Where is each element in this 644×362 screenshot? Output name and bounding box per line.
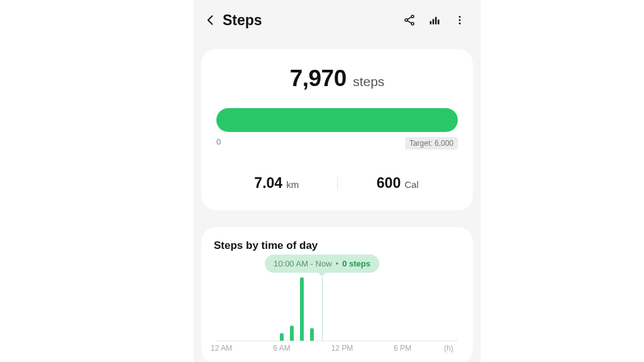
time-of-day-card: Steps by time of day 10:00 AM - Now • 0 … [201, 227, 473, 362]
x-tick-label: 6 PM [394, 344, 411, 353]
bars-chart-icon [428, 14, 441, 26]
progress-section: 0 Target: 6,000 [216, 108, 458, 150]
time-chart-title: Steps by time of day [214, 239, 460, 252]
tooltip-time: 10:00 AM - Now [274, 259, 332, 268]
page-title: Steps [223, 12, 262, 29]
stats-button[interactable] [424, 9, 445, 31]
progress-bar [216, 108, 458, 132]
more-button[interactable] [449, 9, 470, 31]
x-tick-label: 6 AM [273, 344, 290, 353]
step-count: 7,970 steps [216, 65, 458, 92]
now-line [322, 277, 323, 341]
calories-metric: 600 Cal [338, 175, 458, 192]
chart-bar [290, 326, 294, 341]
distance-value: 7.04 [254, 175, 282, 192]
svg-point-9 [459, 23, 461, 25]
app-screen: Steps [194, 0, 480, 362]
svg-point-7 [459, 16, 461, 18]
metrics-row: 7.04 km 600 Cal [216, 175, 458, 192]
app-header: Steps [194, 0, 480, 40]
share-button[interactable] [399, 9, 420, 31]
chart-bar [280, 333, 284, 341]
x-tick-label: 12 AM [211, 344, 232, 353]
progress-min-label: 0 [216, 137, 221, 150]
chart-x-axis: 12 AM6 AM12 PM6 PM(h) [216, 344, 458, 356]
calories-unit: Cal [404, 179, 419, 190]
more-vertical-icon [454, 14, 465, 26]
calories-value: 600 [377, 175, 401, 192]
svg-point-1 [405, 19, 408, 21]
x-axis-unit: (h) [444, 344, 453, 353]
distance-metric: 7.04 km [216, 175, 337, 192]
tooltip-separator: • [336, 259, 339, 268]
step-count-value: 7,970 [290, 65, 347, 91]
chart-bar [300, 277, 304, 341]
svg-rect-6 [438, 19, 440, 24]
back-button[interactable] [200, 9, 221, 31]
time-chart[interactable]: 10:00 AM - Now • 0 steps 12 AM6 AM12 PM6… [214, 255, 460, 356]
share-icon [403, 14, 416, 26]
tooltip-value: 0 steps [342, 259, 370, 268]
svg-point-2 [411, 23, 414, 25]
svg-point-8 [459, 19, 461, 21]
summary-card: 7,970 steps 0 Target: 6,000 7.04 km 600 [201, 49, 473, 211]
svg-rect-5 [435, 17, 437, 25]
progress-labels: 0 Target: 6,000 [216, 137, 458, 150]
svg-point-0 [411, 15, 414, 18]
svg-rect-4 [433, 19, 435, 24]
target-label: Target: 6,000 [405, 137, 458, 150]
x-tick-label: 12 PM [331, 344, 353, 353]
svg-rect-3 [430, 21, 432, 25]
distance-unit: km [286, 179, 299, 190]
chart-bar [310, 328, 314, 341]
chart-tooltip: 10:00 AM - Now • 0 steps [265, 255, 379, 273]
step-count-unit: steps [353, 74, 384, 89]
chevron-left-icon [204, 14, 217, 26]
chart-plot-area [216, 277, 458, 341]
